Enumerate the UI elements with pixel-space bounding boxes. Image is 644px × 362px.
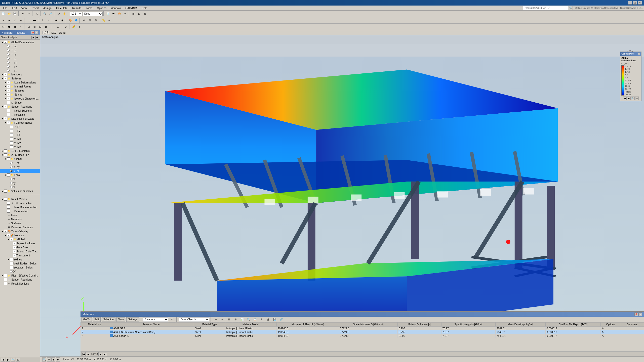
tree-item-ux[interactable]: 〰 ux: [0, 48, 40, 52]
status-btn-2[interactable]: ⊞: [47, 357, 51, 361]
menu-file[interactable]: File: [1, 6, 10, 10]
tree-item-off[interactable]: Off: [0, 269, 40, 274]
menu-insert[interactable]: Insert: [30, 6, 41, 10]
tree-item-support-reactions-2[interactable]: ⊥ Support Reactions: [0, 278, 40, 282]
tree-item-distribution-loads[interactable]: ▼ 📁 Distribution of Loads: [0, 117, 40, 121]
checkbox-local-def[interactable]: [7, 81, 10, 84]
view-iso[interactable]: ⊥: [55, 24, 60, 30]
tree-item-surfaces-rv[interactable]: ▭ Surfaces: [0, 221, 40, 225]
tree-item-uz[interactable]: 〰 uz: [0, 56, 40, 60]
cell-options[interactable]: ✎: [601, 330, 620, 334]
solid-button[interactable]: ▬: [32, 18, 37, 23]
toggle-local-def[interactable]: ▶: [4, 81, 7, 84]
col-shear-modulus[interactable]: Shear Modulus G [kN/mm²]: [339, 323, 398, 327]
table-toolbar-btn-1[interactable]: ↩: [213, 317, 219, 322]
tb-btn-view[interactable]: 👁: [111, 11, 116, 17]
radio-pz[interactable]: [7, 69, 10, 72]
tree-item-global-isob[interactable]: ▼ 📁 Global: [0, 237, 40, 241]
display-mode-4[interactable]: ▪: [18, 24, 23, 30]
cell-options[interactable]: ✎: [601, 327, 620, 330]
tb-btn-results[interactable]: 📊: [105, 11, 111, 17]
settings-button[interactable]: Settings: [126, 317, 139, 322]
tb-btn-1[interactable]: ⊞: [131, 11, 136, 17]
tree-item-lines-rv[interactable]: ─ Lines: [0, 213, 40, 217]
toggle-strains[interactable]: ▶: [4, 93, 7, 96]
redo-button[interactable]: ↪: [26, 11, 31, 17]
radio-px-2d[interactable]: [10, 162, 13, 164]
tb-btn-3[interactable]: ⊠: [142, 11, 148, 17]
member-button[interactable]: ═: [18, 18, 23, 23]
nav-close-button[interactable]: ✕: [35, 31, 38, 34]
checkbox-sep-lines[interactable]: [13, 242, 16, 245]
table-toolbar-btn-9[interactable]: 🖨: [265, 317, 271, 322]
nav-bottom-btn-1[interactable]: ◀: [1, 358, 5, 362]
col-material-name[interactable]: Material Name: [109, 323, 194, 327]
tree-item-isobands-solids[interactable]: Isobands - Solids: [0, 265, 40, 269]
tree-item-pz-local[interactable]: pz: [0, 185, 40, 189]
nav-bottom-btn-2[interactable]: ▶: [6, 358, 10, 362]
new-button[interactable]: 📄: [1, 11, 6, 17]
dead-dropdown[interactable]: Dead Live Wind: [83, 12, 103, 16]
checkbox-maxmin[interactable]: [7, 206, 10, 209]
checkbox-isotropic[interactable]: [7, 97, 10, 100]
checkbox-fe[interactable]: [7, 121, 10, 124]
checkbox-surfaces[interactable]: [4, 77, 7, 80]
selection-button[interactable]: Selection: [102, 317, 115, 322]
tree-item-global-deformations[interactable]: ▼ 📁 Global Deformations: [0, 40, 40, 44]
radio-pz-local[interactable]: [10, 186, 13, 188]
search-input[interactable]: [523, 6, 568, 10]
grid-button[interactable]: ⊞: [87, 18, 93, 23]
tree-item-px-2d[interactable]: → px: [0, 161, 40, 165]
table-toolbar-btn-3[interactable]: ⊞: [226, 317, 232, 322]
select-button[interactable]: ↖: [1, 18, 6, 23]
view-button[interactable]: View: [116, 317, 126, 322]
tb-btn-render[interactable]: 🎨: [117, 11, 122, 17]
toggle-isobands[interactable]: ▼: [4, 234, 7, 237]
edit-button[interactable]: Edit: [93, 317, 101, 322]
cp-btn-zoom[interactable]: 🔍: [631, 97, 635, 100]
tree-item-values-surfaces[interactable]: ▶ 📁 Values on Surfaces: [0, 189, 40, 193]
search-button[interactable]: 🔍: [569, 6, 573, 10]
iso-button[interactable]: 🔷: [73, 18, 79, 23]
checkbox-support[interactable]: [4, 105, 7, 108]
basic-objects-dropdown[interactable]: Basic Objects: [179, 317, 209, 322]
maximize-button[interactable]: □: [633, 1, 637, 5]
dropdown-arrow[interactable]: ▼: [169, 317, 175, 322]
tree-item-nodal-supports[interactable]: ⊥ Nodal Supports: [0, 109, 40, 113]
toggle-isolines[interactable]: ▶: [7, 258, 10, 261]
table-row[interactable]: 3 A53, Grade B Steel Isotropic | Linear …: [81, 334, 644, 338]
toggle-result-vals[interactable]: ▶: [1, 198, 4, 201]
col-coeff-th-exp[interactable]: Coeff. of Th. Exp. α [1/°C]: [545, 323, 601, 327]
zoom-out-button[interactable]: 🔎: [48, 11, 53, 17]
menu-view[interactable]: View: [19, 6, 29, 10]
checkbox-global-deformations[interactable]: [4, 41, 7, 44]
tree-item-separation-lines[interactable]: Separation Lines: [0, 241, 40, 245]
support-button[interactable]: ⊥: [40, 18, 45, 23]
tree-item-transparent[interactable]: Transparent: [0, 253, 40, 257]
checkbox-stresses[interactable]: [7, 89, 10, 92]
checkbox-global-isob[interactable]: [10, 238, 13, 241]
radio-ux[interactable]: [7, 49, 10, 52]
checkbox-nodal[interactable]: [7, 109, 10, 112]
cp-btn-1[interactable]: ◀: [623, 97, 627, 100]
checkbox-members[interactable]: [4, 73, 7, 76]
lc-dropdown[interactable]: LC2 LC1 LC3: [70, 12, 82, 16]
tb-btn-2[interactable]: ⊟: [136, 11, 142, 17]
status-btn-3[interactable]: ◈: [51, 357, 55, 361]
toggle-local-2d[interactable]: ▼: [4, 173, 7, 176]
tree-item-isotropic[interactable]: ▶ 📁 Isotropic Characteristics: [0, 97, 40, 101]
checkbox-resultant[interactable]: [7, 113, 10, 116]
snap-button[interactable]: ⊟: [93, 18, 98, 23]
checkbox-fy[interactable]: [10, 129, 13, 132]
table-toolbar-btn-7[interactable]: 📋: [252, 317, 258, 322]
radio-pz-2d[interactable]: [10, 170, 13, 172]
checkbox-mz[interactable]: [10, 145, 13, 148]
table-last-page[interactable]: ▶|: [103, 352, 107, 356]
tree-item-values-on-surf-rv[interactable]: ▦ Values on Surfaces: [0, 225, 40, 229]
checkbox-isobands-solids[interactable]: [10, 266, 13, 269]
cp-close-button[interactable]: ✕: [638, 53, 640, 55]
open-button[interactable]: 📂: [6, 11, 12, 17]
radio-u[interactable]: [7, 45, 10, 48]
cp-btn-2[interactable]: ▶: [627, 97, 631, 100]
tree-item-resultant[interactable]: Σ Resultant: [0, 113, 40, 117]
